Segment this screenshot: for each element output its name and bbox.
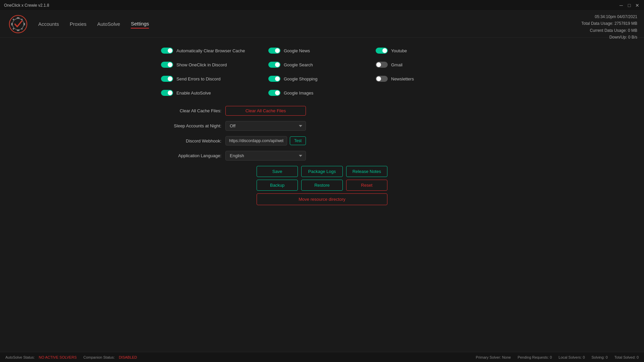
logo bbox=[8, 14, 28, 34]
app-language-row: Application Language: English Spanish Fr… bbox=[161, 151, 483, 161]
toggle-send-errors-discord-label: Send Errors to Discord bbox=[176, 76, 221, 81]
toggle-newsletters: Newsletters bbox=[376, 72, 483, 85]
total-solved: Total Solved: 0 bbox=[614, 355, 639, 359]
webhook-input-wrap: Test bbox=[225, 136, 306, 145]
action-buttons-row1: Save Package Logs Release Notes bbox=[257, 166, 387, 177]
toggle-google-shopping-switch[interactable] bbox=[268, 76, 280, 82]
header: Accounts Proxies AutoSolve Settings bbox=[0, 11, 644, 38]
toggle-enable-autosolve-switch[interactable] bbox=[161, 90, 173, 96]
status-down-up: Down/Up: 0 B/s bbox=[581, 34, 637, 41]
save-button[interactable]: Save bbox=[257, 166, 298, 177]
main-nav: Accounts Proxies AutoSolve Settings bbox=[38, 19, 149, 28]
toggle-google-images: Google Images bbox=[268, 86, 376, 99]
toggle-google-search-label: Google Search bbox=[284, 62, 313, 67]
sleep-accounts-label: Sleep Accounts at Night: bbox=[161, 123, 221, 128]
settings-container: Automatically Clear Browser Cache Show O… bbox=[161, 38, 483, 205]
toggle-youtube-switch[interactable] bbox=[376, 48, 388, 54]
move-resource-dir-button[interactable]: Move resource directory bbox=[257, 193, 387, 205]
statusbar-left: AutoSolve Status: NO ACTIVE SOLVERS Comp… bbox=[5, 355, 137, 359]
toggle-google-shopping: Google Shopping bbox=[268, 72, 376, 85]
toggle-col-2: Google News Google Search Google Shoppin… bbox=[268, 44, 376, 99]
clear-cache-row: Clear All Cache Files: Clear All Cache F… bbox=[161, 106, 483, 116]
clear-cache-control: Clear All Cache Files bbox=[225, 106, 483, 116]
app-title: OneClick x Crewie v2.1.8 bbox=[4, 3, 49, 8]
toggle-show-oneclick-discord-label: Show OneClick in Discord bbox=[176, 62, 227, 67]
app-language-select[interactable]: English Spanish French bbox=[225, 151, 306, 161]
toggle-newsletters-switch[interactable] bbox=[376, 76, 388, 82]
toggle-send-errors-discord: Send Errors to Discord bbox=[161, 72, 268, 85]
toggle-show-oneclick-discord: Show OneClick in Discord bbox=[161, 58, 268, 71]
window-controls: ─ □ ✕ bbox=[619, 3, 640, 8]
statusbar-right: Primary Solver: None Pending Requests: 0… bbox=[476, 355, 639, 359]
reset-button[interactable]: Reset bbox=[346, 180, 387, 191]
primary-solver: Primary Solver: None bbox=[476, 355, 511, 359]
maximize-button[interactable]: □ bbox=[627, 3, 632, 8]
toggle-send-errors-discord-switch[interactable] bbox=[161, 76, 173, 82]
local-solvers: Local Solvers: 0 bbox=[558, 355, 585, 359]
pending-requests: Pending Requests: 0 bbox=[518, 355, 552, 359]
action-buttons-row2: Backup Restore Reset bbox=[257, 180, 387, 191]
restore-button[interactable]: Restore bbox=[301, 180, 342, 191]
toggle-google-images-switch[interactable] bbox=[268, 90, 280, 96]
package-logs-button[interactable]: Package Logs bbox=[301, 166, 342, 177]
toggles-area: Automatically Clear Browser Cache Show O… bbox=[161, 44, 483, 99]
status-bar: AutoSolve Status: NO ACTIVE SOLVERS Comp… bbox=[0, 352, 644, 362]
toggle-google-search: Google Search bbox=[268, 58, 376, 71]
toggle-google-search-switch[interactable] bbox=[268, 62, 280, 68]
form-section: Clear All Cache Files: Clear All Cache F… bbox=[161, 106, 483, 161]
nav-autosolve[interactable]: AutoSolve bbox=[97, 20, 120, 28]
toggle-google-news-switch[interactable] bbox=[268, 48, 280, 54]
toggle-enable-autosolve: Enable AutoSolve bbox=[161, 86, 268, 99]
toggle-auto-clear-cache-switch[interactable] bbox=[161, 48, 173, 54]
autosolve-status-value: NO ACTIVE SOLVERS bbox=[39, 355, 77, 359]
toggle-gmail-switch[interactable] bbox=[376, 62, 388, 68]
toggle-google-shopping-label: Google Shopping bbox=[284, 76, 317, 81]
toggle-gmail-label: Gmail bbox=[391, 62, 402, 67]
titlebar: OneClick x Crewie v2.1.8 ─ □ ✕ bbox=[0, 0, 644, 11]
toggle-gmail: Gmail bbox=[376, 58, 483, 71]
toggle-google-news-label: Google News bbox=[284, 48, 310, 53]
discord-webhook-control: Test bbox=[225, 136, 483, 145]
status-info-panel: 05:34:10pm 04/07/2021 Total Data Usage: … bbox=[581, 11, 637, 44]
nav-accounts[interactable]: Accounts bbox=[38, 20, 59, 28]
toggle-auto-clear-cache: Automatically Clear Browser Cache bbox=[161, 44, 268, 57]
toggle-google-news: Google News bbox=[268, 44, 376, 57]
clear-cache-button[interactable]: Clear All Cache Files bbox=[225, 106, 306, 116]
sleep-accounts-row: Sleep Accounts at Night: Off 10pm 11pm 1… bbox=[161, 121, 483, 131]
minimize-button[interactable]: ─ bbox=[619, 3, 624, 8]
close-button[interactable]: ✕ bbox=[635, 3, 640, 8]
toggle-auto-clear-cache-label: Automatically Clear Browser Cache bbox=[176, 48, 245, 53]
clear-cache-label: Clear All Cache Files: bbox=[161, 108, 221, 113]
discord-webhook-row: Discord Webhook: Test bbox=[161, 136, 483, 145]
toggle-show-oneclick-discord-switch[interactable] bbox=[161, 62, 173, 68]
autosolve-status-group: AutoSolve Status: NO ACTIVE SOLVERS bbox=[5, 355, 76, 359]
toggle-col-3: Youtube Gmail Newsletters bbox=[376, 44, 483, 99]
discord-webhook-input[interactable] bbox=[225, 136, 287, 145]
toggle-youtube-label: Youtube bbox=[391, 48, 407, 53]
sleep-accounts-select[interactable]: Off 10pm 11pm 12am bbox=[225, 121, 306, 131]
backup-button[interactable]: Backup bbox=[257, 180, 298, 191]
main-content: Automatically Clear Browser Cache Show O… bbox=[0, 38, 644, 205]
toggle-newsletters-label: Newsletters bbox=[391, 76, 414, 81]
app-language-label: Application Language: bbox=[161, 153, 221, 158]
toggle-enable-autosolve-label: Enable AutoSolve bbox=[176, 90, 211, 96]
status-current-data: Current Data Usage: 0 MB bbox=[581, 27, 637, 34]
status-time: 05:34:10pm 04/07/2021 bbox=[581, 13, 637, 20]
companion-status-value: DISABLED bbox=[119, 355, 137, 359]
status-total-data: Total Data Usage: 2757819 MB bbox=[581, 20, 637, 27]
nav-proxies[interactable]: Proxies bbox=[70, 20, 87, 28]
solving: Solving: 0 bbox=[592, 355, 608, 359]
toggle-youtube: Youtube bbox=[376, 44, 483, 57]
discord-webhook-label: Discord Webhook: bbox=[161, 138, 221, 143]
autosolve-status-label: AutoSolve Status: bbox=[5, 355, 35, 359]
release-notes-button[interactable]: Release Notes bbox=[346, 166, 387, 177]
nav-settings[interactable]: Settings bbox=[131, 19, 149, 28]
companion-status-group: Companion Status: DISABLED bbox=[83, 355, 137, 359]
sleep-accounts-control: Off 10pm 11pm 12am bbox=[225, 121, 483, 131]
companion-status-label: Companion Status: bbox=[83, 355, 115, 359]
test-webhook-button[interactable]: Test bbox=[290, 136, 306, 145]
app-language-control: English Spanish French bbox=[225, 151, 483, 161]
toggle-google-images-label: Google Images bbox=[284, 90, 313, 96]
toggle-col-1: Automatically Clear Browser Cache Show O… bbox=[161, 44, 268, 99]
